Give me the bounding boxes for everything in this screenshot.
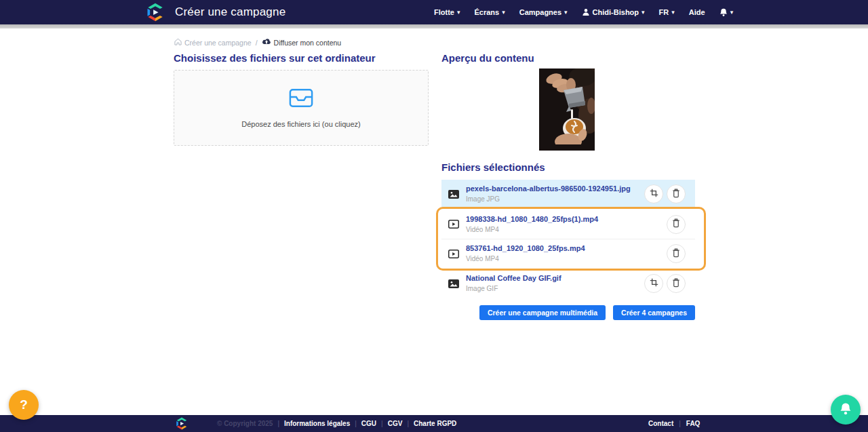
navbar-shadow <box>0 24 868 28</box>
nav-item-ecrans[interactable]: Écrans ▾ <box>474 8 505 16</box>
file-type-label: Vidéo MP4 <box>466 256 667 262</box>
navbar-menu: Flotte ▾ Écrans ▾ Campagnes ▾ Chidi-Bish… <box>434 0 733 24</box>
file-row-mp4-1[interactable]: 1998338-hd_1080_1480_25fps(1).mp4 Vidéo … <box>441 210 695 239</box>
chevron-down-icon: ▾ <box>457 9 460 16</box>
trash-icon <box>672 278 680 290</box>
nav-item-language[interactable]: FR ▾ <box>659 8 675 16</box>
chevron-down-icon: ▾ <box>730 9 734 16</box>
chevron-down-icon: ▾ <box>642 9 645 16</box>
footer-logo-icon <box>175 417 189 430</box>
dropzone-label: Déposez des fichiers ici (ou cliquez) <box>241 120 360 128</box>
bell-icon <box>719 8 728 17</box>
crop-icon <box>650 278 658 289</box>
content-preview-image <box>539 68 595 151</box>
nav-item-aide[interactable]: Aide <box>689 8 705 16</box>
highlighted-file-group: 1998338-hd_1080_1480_25fps(1).mp4 Vidéo … <box>441 210 695 268</box>
crop-button[interactable] <box>644 184 663 203</box>
file-type-label: Image GIF <box>466 286 644 292</box>
video-file-icon <box>448 250 459 258</box>
chevron-down-icon: ▾ <box>671 9 675 16</box>
cloud-upload-icon <box>262 38 271 47</box>
file-type-label: Vidéo MP4 <box>466 227 667 233</box>
home-icon <box>174 38 182 47</box>
delete-button[interactable] <box>667 244 686 263</box>
file-name-link[interactable]: National Coffee Day GIF.gif <box>466 275 644 282</box>
delete-button[interactable] <box>667 215 686 234</box>
breadcrumb-item-home[interactable]: Créer une campagne <box>174 38 252 47</box>
footer-link-rgpd[interactable]: Charte RGPD <box>414 420 456 427</box>
image-file-icon <box>448 279 459 288</box>
nav-item-flotte[interactable]: Flotte ▾ <box>434 8 460 16</box>
campaign-actions: Créer une campagne multimédia Créer 4 ca… <box>441 305 695 320</box>
breadcrumb: Créer une campagne / Diffuser mon conten… <box>174 38 341 47</box>
footer-link-contact[interactable]: Contact <box>648 420 673 427</box>
create-campaigns-button[interactable]: Créer 4 campagnes <box>613 305 695 320</box>
footer-link-faq[interactable]: FAQ <box>686 420 701 427</box>
file-name-link[interactable]: 1998338-hd_1080_1480_25fps(1).mp4 <box>466 216 667 223</box>
user-icon <box>582 8 590 16</box>
trash-icon <box>672 189 680 200</box>
notification-fab-button[interactable] <box>831 395 861 425</box>
trash-icon <box>672 248 680 260</box>
chevron-down-icon: ▾ <box>502 9 505 16</box>
breadcrumb-separator: / <box>256 39 258 47</box>
app-logo-icon[interactable] <box>145 3 165 22</box>
nav-item-campagnes[interactable]: Campagnes ▾ <box>519 8 568 16</box>
delete-button[interactable] <box>667 274 686 293</box>
copyright-label: © Copyright 2025 <box>217 420 273 427</box>
crop-button[interactable] <box>644 274 663 293</box>
nav-item-notifications[interactable]: ▾ <box>719 8 734 17</box>
crop-icon <box>650 189 658 199</box>
nav-item-account[interactable]: Chidi-Bishop ▾ <box>582 8 645 16</box>
inbox-icon <box>289 88 313 111</box>
page-title: Créer une campagne <box>175 5 285 19</box>
footer-link-cgv[interactable]: CGV <box>388 420 403 427</box>
file-dropzone[interactable]: Déposez des fichiers ici (ou cliquez) <box>174 70 429 146</box>
file-row-mp4-2[interactable]: 853761-hd_1920_1080_25fps.mp4 Vidéo MP4 <box>441 239 695 268</box>
file-row-gif[interactable]: National Coffee Day GIF.gif Image GIF <box>441 269 695 298</box>
image-file-icon <box>448 190 459 199</box>
file-row-jpg[interactable]: pexels-barcelona-albertus-986500-1924951… <box>441 180 695 208</box>
file-name-link[interactable]: 853761-hd_1920_1080_25fps.mp4 <box>466 245 667 252</box>
selected-files-list: pexels-barcelona-albertus-986500-1924951… <box>441 180 695 320</box>
file-name-link[interactable]: pexels-barcelona-albertus-986500-1924951… <box>466 185 644 193</box>
preview-heading: Aperçu du contenu <box>441 52 534 64</box>
selected-files-heading: Fichiers sélectionnés <box>441 161 545 173</box>
trash-icon <box>672 218 680 230</box>
footer: © Copyright 2025 | Informations légales … <box>0 415 868 432</box>
chevron-down-icon: ▾ <box>564 9 568 16</box>
top-navbar: Créer une campagne Flotte ▾ Écrans ▾ Cam… <box>0 0 868 24</box>
video-file-icon <box>448 220 459 229</box>
brand: Créer une campagne <box>145 3 285 22</box>
footer-link-legal[interactable]: Informations légales <box>284 420 350 427</box>
upload-heading: Choisissez des fichiers sur cet ordinate… <box>174 52 376 64</box>
footer-link-cgu[interactable]: CGU <box>361 420 376 427</box>
delete-button[interactable] <box>667 184 686 203</box>
breadcrumb-item-current[interactable]: Diffuser mon contenu <box>262 38 342 47</box>
create-multimedia-campaign-button[interactable]: Créer une campagne multimédia <box>479 305 606 320</box>
help-fab-button[interactable]: ? <box>9 390 39 420</box>
bell-icon <box>840 402 852 418</box>
file-type-label: Image JPG <box>466 196 644 203</box>
